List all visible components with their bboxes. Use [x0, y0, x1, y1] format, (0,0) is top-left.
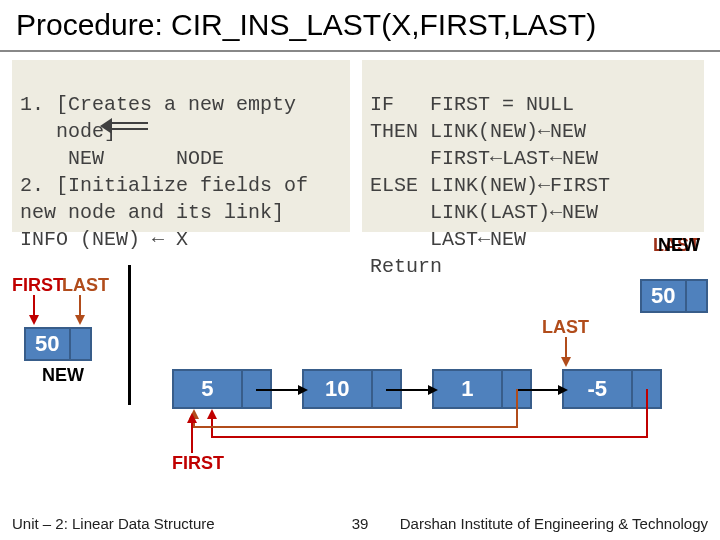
diagram-area: LAST NEW 50 FIRST LAST 50 NEW LAST 5 10 …	[0, 235, 720, 495]
label-first: FIRST	[12, 275, 64, 296]
code-box-left: 1. [Creates a new empty node] NEW NODE 2…	[12, 60, 350, 232]
node-50-top: 50	[640, 279, 708, 313]
label-last: LAST	[62, 275, 109, 296]
label-new: NEW	[658, 235, 700, 256]
page-title: Procedure: CIR_INS_LAST(X,FIRST,LAST)	[0, 0, 720, 52]
footer: Unit – 2: Linear Data Structure 39 Darsh…	[0, 515, 720, 532]
node-value: 50	[26, 329, 69, 359]
node-50-left: 50	[24, 327, 92, 361]
arrow-circular-orange-icon	[172, 389, 552, 439]
arrow-down-icon	[74, 295, 86, 325]
page-number: 39	[352, 515, 369, 532]
svg-marker-2	[100, 118, 112, 134]
code-line: ELSE LINK(NEW)←FIRST	[370, 174, 610, 197]
svg-marker-18	[187, 413, 197, 423]
node-link	[685, 281, 706, 311]
node-value: 50	[642, 281, 685, 311]
node-link	[69, 329, 90, 359]
code-line: NODE	[176, 147, 224, 170]
code-line: IF FIRST = NULL	[370, 93, 574, 116]
svg-marker-8	[561, 357, 571, 367]
code-line: FIRST←LAST←NEW	[370, 147, 598, 170]
code-line: THEN LINK(NEW)←NEW	[370, 120, 586, 143]
footer-right: Darshan Institute of Engineering & Techn…	[400, 515, 708, 532]
code-line: NEW	[20, 147, 104, 170]
footer-left: Unit – 2: Linear Data Structure	[12, 515, 215, 532]
label-last: LAST	[542, 317, 589, 338]
svg-marker-6	[75, 315, 85, 325]
double-arrow-icon	[100, 117, 148, 137]
code-line: 2. [Initialize fields of	[20, 174, 308, 197]
divider-bar	[128, 265, 131, 405]
arrow-up-icon	[186, 411, 198, 453]
label-new: NEW	[42, 365, 84, 386]
code-line: LINK(LAST)←NEW	[370, 201, 598, 224]
arrow-down-icon	[560, 337, 572, 367]
svg-marker-4	[29, 315, 39, 325]
code-line: new node and its link]	[20, 201, 284, 224]
code-box-right: IF FIRST = NULL THEN LINK(NEW)←NEW FIRST…	[362, 60, 704, 232]
code-line: 1. [Creates a new empty	[20, 93, 296, 116]
arrow-down-icon	[28, 295, 40, 325]
label-first-bottom: FIRST	[172, 453, 224, 474]
